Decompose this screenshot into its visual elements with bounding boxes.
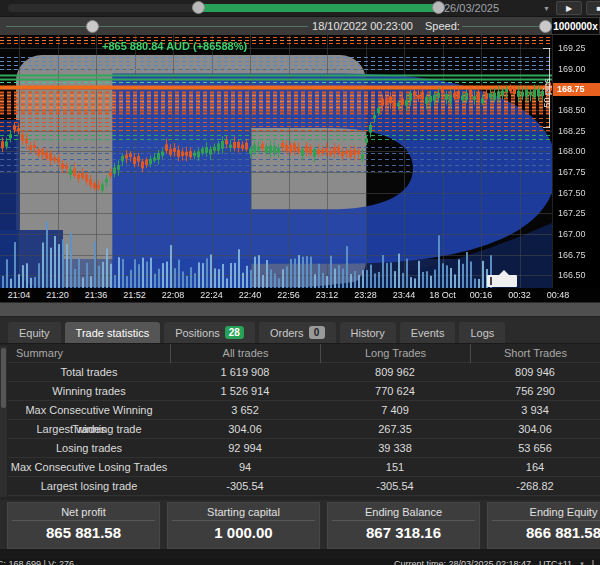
tab-equity[interactable]: Equity: [8, 322, 61, 343]
chevron-down-icon: ▾: [580, 560, 584, 565]
chevron-down-icon: ▼: [543, 5, 550, 12]
price-tick-label: 167.00: [558, 229, 586, 239]
time-tick-label: 21:36: [85, 290, 108, 300]
tab-orders[interactable]: Orders0: [259, 322, 336, 343]
stat-label: Winning trades: [8, 382, 170, 401]
column-header: Short Trades: [470, 344, 600, 363]
stat-value: 39 338: [320, 439, 470, 458]
stat-label: Largest losing trade: [8, 477, 170, 496]
speed-handle[interactable]: [539, 20, 552, 33]
tab-label: Orders: [270, 327, 304, 339]
summary-card-net-profit: Net profit865 881.58: [7, 502, 160, 549]
end-date-dropdown[interactable]: 26/03/2025 ▼: [444, 1, 552, 15]
card-label: Ending Balance: [332, 503, 475, 521]
column-header: Long Trades: [320, 344, 470, 363]
statistics-table: SummaryAll tradesLong TradesShort Trades…: [8, 344, 600, 496]
tab-count-badge: 0: [309, 326, 325, 339]
progress-handle[interactable]: [86, 20, 99, 33]
time-tick-label: 23:44: [393, 290, 416, 300]
card-label: Starting capital: [172, 503, 315, 521]
tab-count-badge: 28: [225, 326, 244, 339]
end-date-value: 26/03/2025: [444, 2, 499, 14]
price-tick-label: 167.25: [558, 208, 586, 218]
speed-label: Speed:: [425, 20, 460, 32]
chart-canvas[interactable]: [0, 35, 552, 288]
stat-label: Max Consecutive Losing Trades: [8, 458, 170, 477]
stat-value: 1 526 914: [170, 382, 320, 401]
timezone-readout[interactable]: UTC+11: [539, 559, 572, 565]
table-scrollbar[interactable]: [0, 346, 7, 497]
tab-label: Events: [411, 327, 445, 339]
ruler-label: 50 pips: [542, 78, 552, 107]
time-tick-label: 23:28: [354, 290, 377, 300]
time-tick-label: 21:20: [46, 290, 69, 300]
timeline-range-slider[interactable]: [8, 4, 440, 12]
panel-splitter[interactable]: [0, 302, 600, 317]
progress-slider[interactable]: [6, 26, 308, 27]
stat-value: 1 619 908: [170, 363, 320, 382]
stat-value: 151: [320, 458, 470, 477]
stat-value: 164: [470, 458, 600, 477]
stat-value: 304.06: [170, 420, 320, 439]
playback-toolbar: 18/10/2022 00:23:00 Speed: 1000000x: [0, 16, 600, 35]
pips-ruler: 50 pips: [534, 48, 550, 128]
ohlcv-readout: C: 168.699 | V: 276: [0, 559, 74, 565]
stat-value: 267.35: [320, 420, 470, 439]
stat-value: -268.82: [470, 477, 600, 496]
tab-label: Equity: [19, 327, 50, 339]
scrollbar-thumb[interactable]: [1, 348, 6, 408]
speed-slider[interactable]: [462, 26, 542, 27]
card-value: 866 881.58: [488, 521, 600, 541]
time-tick-label: 22:08: [162, 290, 185, 300]
tab-trade-statistics[interactable]: Trade statistics: [65, 322, 161, 343]
time-tick-label: 18 Oct: [429, 290, 456, 300]
table-row: Max Consecutive Winning Trades3 6527 409…: [8, 401, 600, 420]
speed-value[interactable]: 1000000x: [552, 18, 599, 34]
timeline-start-handle[interactable]: [192, 1, 205, 14]
playback-marker[interactable]: [487, 275, 517, 287]
timeline-selected-range: [197, 4, 440, 12]
summary-card-ending-equity: Ending Equity866 881.58: [487, 502, 600, 549]
play-button[interactable]: ▶: [556, 1, 582, 15]
card-value: 865 881.58: [8, 521, 159, 541]
stat-value: -305.54: [320, 477, 470, 496]
tab-logs[interactable]: Logs: [459, 322, 505, 343]
summary-card-ending-balance: Ending Balance867 318.16: [327, 502, 480, 549]
time-tick-label: 22:24: [200, 290, 223, 300]
stat-value: 53 656: [470, 439, 600, 458]
tab-positions[interactable]: Positions28: [164, 322, 255, 343]
status-bar: C: 168.699 | V: 276 Current time: 28/03/…: [0, 559, 600, 565]
stat-value: -305.54: [170, 477, 320, 496]
tab-label: Positions: [175, 327, 220, 339]
stat-value: 809 946: [470, 363, 600, 382]
stat-value: 770 624: [320, 382, 470, 401]
card-value: 867 318.16: [328, 521, 479, 541]
tab-label: History: [351, 327, 385, 339]
time-tick-label: 21:04: [8, 290, 31, 300]
table-header-row: SummaryAll tradesLong TradesShort Trades: [8, 344, 600, 363]
tab-history[interactable]: History: [340, 322, 396, 343]
bottom-panel-tabs: EquityTrade statisticsPositions28Orders0…: [0, 317, 600, 343]
chart-area: +865 880.84 AUD (+86588%) 50 pips 169.25…: [0, 35, 600, 302]
tab-events[interactable]: Events: [400, 322, 456, 343]
tab-label: Logs: [470, 327, 494, 339]
stat-value: 94: [170, 458, 320, 477]
time-tick-label: 00:48: [547, 290, 570, 300]
price-tick-label: 168.50: [558, 105, 586, 115]
bottom-spacer: [0, 549, 600, 559]
price-axis[interactable]: 169.25169.00168.75168.50168.25168.00167.…: [552, 35, 600, 288]
time-tick-label: 00:32: [508, 290, 531, 300]
time-tick-label: 00:16: [470, 290, 493, 300]
stat-value: 92 994: [170, 439, 320, 458]
card-label: Ending Equity: [492, 503, 600, 521]
time-tick-label: 21:52: [123, 290, 146, 300]
column-header: Summary: [8, 344, 170, 363]
tab-label: Trade statistics: [76, 327, 150, 339]
stop-button[interactable]: ■: [586, 1, 600, 15]
table-row: Losing trades92 99439 33853 656: [8, 439, 600, 458]
stat-value: 756 290: [470, 382, 600, 401]
top-seek-bar: 26/03/2025 ▼ ▶ ■: [0, 0, 600, 16]
time-tick-label: 22:56: [277, 290, 300, 300]
time-axis[interactable]: 21:0421:2021:3621:5222:0822:2422:4022:56…: [0, 288, 600, 302]
price-tick-label: 168.00: [558, 146, 586, 156]
